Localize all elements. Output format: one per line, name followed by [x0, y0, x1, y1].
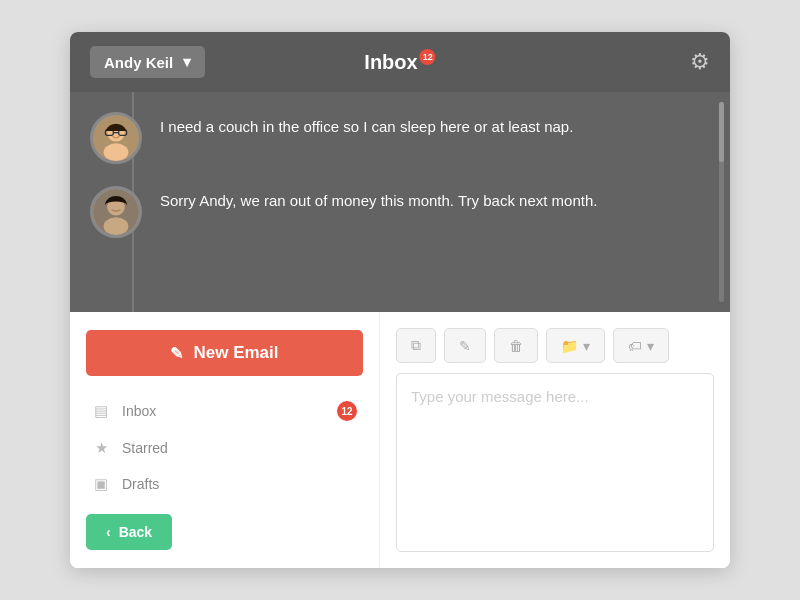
inbox-nav-badge: 12 — [337, 401, 357, 421]
user-name: Andy Keil — [104, 54, 173, 71]
delete-button[interactable]: 🗑 — [494, 328, 538, 363]
message-text-1: I need a couch in the office so I can sl… — [160, 112, 573, 139]
tag-icon: 🏷 — [628, 338, 642, 354]
chevron-down-icon: ▾ — [183, 53, 191, 71]
bottom-area: ✎ New Email ▤ Inbox 12 ★ Starred ▣ Draft… — [70, 312, 730, 568]
folder-icon: 📁 — [561, 338, 578, 354]
inbox-title: Inbox 12 — [364, 51, 435, 74]
compose-placeholder: Type your message here... — [411, 388, 589, 405]
trash-icon: 🗑 — [509, 338, 523, 354]
app-container: Andy Keil ▾ Inbox 12 ⚙ — [70, 32, 730, 568]
header: Andy Keil ▾ Inbox 12 ⚙ — [70, 32, 730, 92]
back-chevron-icon: ‹ — [106, 524, 111, 540]
tag-button[interactable]: 🏷 ▾ — [613, 328, 669, 363]
inbox-icon: ▤ — [92, 402, 110, 420]
scrollbar-track[interactable] — [719, 102, 724, 302]
folder-button[interactable]: 📁 ▾ — [546, 328, 605, 363]
message-row: Sorry Andy, we ran out of money this mon… — [90, 186, 710, 238]
svg-point-8 — [104, 217, 129, 235]
right-panel: ⧉ ✎ 🗑 📁 ▾ 🏷 ▾ Type your message h — [380, 312, 730, 568]
inbox-badge: 12 — [420, 49, 436, 65]
compose-icon: ✎ — [170, 344, 183, 363]
user-dropdown-button[interactable]: Andy Keil ▾ — [90, 46, 205, 78]
sidebar-item-label: Inbox — [122, 403, 325, 419]
message-text-2: Sorry Andy, we ran out of money this mon… — [160, 186, 597, 213]
sidebar: ✎ New Email ▤ Inbox 12 ★ Starred ▣ Draft… — [70, 312, 380, 568]
sidebar-item-label: Drafts — [122, 476, 357, 492]
back-label: Back — [119, 524, 152, 540]
compose-area[interactable]: Type your message here... — [396, 373, 714, 552]
toolbar: ⧉ ✎ 🗑 📁 ▾ 🏷 ▾ — [396, 328, 714, 363]
copy-button[interactable]: ⧉ — [396, 328, 436, 363]
chat-area: I need a couch in the office so I can sl… — [70, 92, 730, 312]
drafts-icon: ▣ — [92, 475, 110, 493]
new-email-label: New Email — [193, 343, 278, 363]
sidebar-item-starred[interactable]: ★ Starred — [86, 430, 363, 466]
sidebar-item-drafts[interactable]: ▣ Drafts — [86, 466, 363, 502]
star-icon: ★ — [92, 439, 110, 457]
folder-chevron-icon: ▾ — [583, 338, 590, 354]
copy-icon: ⧉ — [411, 337, 421, 354]
back-button[interactable]: ‹ Back — [86, 514, 172, 550]
scrollbar-thumb[interactable] — [719, 102, 724, 162]
avatar-1 — [90, 112, 142, 164]
svg-point-2 — [104, 143, 129, 161]
tag-chevron-icon: ▾ — [647, 338, 654, 354]
avatar-2 — [90, 186, 142, 238]
message-row: I need a couch in the office so I can sl… — [90, 112, 710, 164]
edit-icon: ✎ — [459, 338, 471, 354]
new-email-button[interactable]: ✎ New Email — [86, 330, 363, 376]
sidebar-item-inbox[interactable]: ▤ Inbox 12 — [86, 392, 363, 430]
sidebar-item-label: Starred — [122, 440, 357, 456]
settings-button[interactable]: ⚙ — [690, 49, 710, 75]
edit-button[interactable]: ✎ — [444, 328, 486, 363]
